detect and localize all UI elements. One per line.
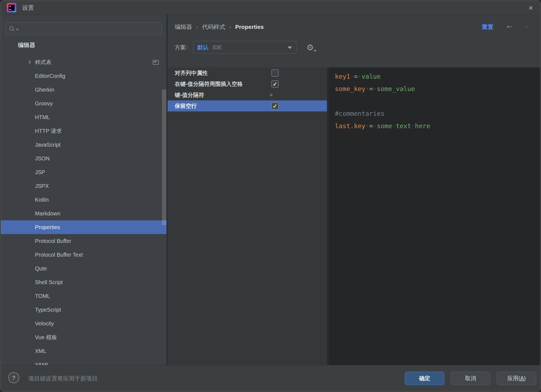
sidebar-item-jsp[interactable]: JSP (1, 165, 166, 179)
ok-button[interactable]: 确定 (405, 372, 444, 385)
apply-button[interactable]: 应用(A) (497, 372, 536, 385)
breadcrumb-separator: › (229, 24, 231, 30)
sidebar-item-protocol-buffer[interactable]: Protocol Buffer (1, 234, 166, 248)
sidebar-item-gherkin[interactable]: Gherkin (1, 83, 166, 97)
sidebar-item-label: Groovy (35, 100, 53, 106)
code-token-value: here (415, 122, 430, 130)
sidebar-item-label: HTML (35, 114, 50, 120)
breadcrumb-code-style[interactable]: 代码样式 (202, 23, 225, 31)
code-line: some_key·=·some_value (335, 83, 540, 95)
main-panel: 编辑器 › 代码样式 › Properties 重置 ← → 方案: 默认 ID… (168, 15, 540, 365)
sidebar-item-label: Kotlin (35, 197, 49, 203)
sidebar-item-yaml[interactable]: YAML (1, 358, 166, 365)
sidebar-item-label: XML (35, 348, 46, 354)
breadcrumb-editor[interactable]: 编辑器 (175, 23, 192, 31)
panel-divider (327, 67, 329, 365)
sidebar: 编辑器 样式表EditorConfigGherkinGroovyHTMLHTTP… (1, 15, 168, 365)
setting-label: 对齐列中属性 (175, 69, 208, 77)
close-icon[interactable]: × (526, 3, 536, 13)
sidebar-item-xml[interactable]: XML (1, 344, 166, 358)
sidebar-item-toml[interactable]: TOML (1, 289, 166, 303)
keep-blank-lines-checkbox[interactable]: ✓ (271, 102, 279, 110)
sidebar-item-label: Gherkin (35, 87, 54, 93)
search-options-caret-icon[interactable] (16, 29, 19, 31)
table-row-insert-space-around-key-value-delimiter[interactable]: 在键-值分隔符周围插入空格✓ (168, 78, 327, 89)
code-token-ws: · (365, 122, 369, 130)
sidebar-item-label: YAML (35, 362, 50, 365)
sidebar-item-markdown[interactable]: Markdown (1, 207, 166, 220)
code-line (335, 95, 540, 108)
insert-space-around-key-value-delimiter-checkbox[interactable]: ✓ (271, 80, 279, 88)
code-token-op: = (369, 85, 373, 92)
code-line: last.key·=·some·text·here (335, 120, 540, 132)
search-box[interactable] (6, 22, 162, 35)
node-preview-icon (153, 60, 159, 65)
code-token-op: = (369, 122, 373, 130)
key-value-delimiter-value[interactable]: = (270, 89, 273, 100)
setting-label: 键-值分隔符 (175, 91, 204, 99)
code-preview: key1·=·valuesome_key·=·some_value#commen… (329, 67, 540, 365)
sidebar-item-jspx[interactable]: JSPX (1, 179, 166, 193)
code-token-value: some_value (377, 85, 415, 92)
sidebar-item-http-requests[interactable]: HTTP 请求 (1, 124, 166, 138)
code-token-ws: · (392, 122, 396, 130)
chevron-right-icon[interactable] (27, 60, 31, 64)
sidebar-item-kotlin[interactable]: Kotlin (1, 193, 166, 207)
window-title: 设置 (22, 4, 34, 12)
search-input[interactable] (21, 26, 158, 32)
sidebar-item-label: TypeScript (35, 307, 61, 313)
setting-label: 保留空行 (175, 102, 197, 110)
scheme-label: 方案: (175, 44, 187, 51)
settings-dialog: IJ 设置 × 编辑器 样式表EditorConfigGherkinGroovy… (1, 1, 540, 391)
code-token-value: some (377, 122, 392, 130)
intellij-logo-icon: IJ (7, 3, 16, 12)
sidebar-section-editor[interactable]: 编辑器 (18, 41, 35, 49)
sidebar-scrollbar[interactable] (162, 90, 166, 225)
sidebar-item-label: HTTP 请求 (35, 128, 62, 134)
breadcrumb: 编辑器 › 代码样式 › Properties (175, 23, 264, 31)
scheme-actions-button[interactable]: ⚙ (307, 43, 314, 52)
code-token-value: value (362, 73, 381, 80)
code-token-ws: · (350, 73, 354, 80)
sidebar-item-label: Vue 模板 (35, 334, 57, 340)
cancel-button[interactable]: 取消 (451, 372, 490, 385)
reset-link[interactable]: 重置 (482, 23, 493, 31)
sidebar-item-label: Protocol Buffer Text (35, 252, 83, 258)
scheme-value-primary: 默认 (198, 44, 209, 51)
table-row-key-value-delimiter[interactable]: 键-值分隔符= (168, 89, 327, 100)
code-token-key: some_key (335, 85, 365, 92)
code-token-key: last.key (335, 122, 365, 130)
chevron-down-icon (314, 50, 316, 52)
chevron-down-icon (288, 46, 292, 49)
breadcrumb-separator: › (196, 24, 198, 30)
sidebar-item-json[interactable]: JSON (1, 152, 166, 165)
sidebar-item-groovy[interactable]: Groovy (1, 97, 166, 110)
sidebar-item-label: Qute (35, 265, 47, 272)
table-row-align-properties-in-column[interactable]: 对齐列中属性 (168, 67, 327, 78)
scheme-select[interactable]: 默认 IDE (193, 41, 297, 54)
search-icon (9, 26, 19, 32)
sidebar-item-properties[interactable]: Properties (1, 220, 166, 234)
forward-arrow-icon: → (522, 21, 530, 30)
sidebar-item-vue-template[interactable]: Vue 模板 (1, 330, 166, 344)
align-properties-in-column-checkbox[interactable] (271, 69, 279, 77)
sidebar-item-typescript[interactable]: TypeScript (1, 303, 166, 317)
help-icon[interactable]: ? (8, 372, 19, 383)
footer-bar: ? 项目级设置将应用于新项目 确定 取消 应用(A) (1, 365, 540, 391)
back-arrow-icon[interactable]: ← (506, 21, 513, 30)
code-token-ws: · (411, 122, 415, 130)
code-token-value: text (396, 122, 411, 130)
content-area: 对齐列中属性在键-值分隔符周围插入空格✓键-值分隔符=保留空行✓ key1·=·… (168, 67, 540, 365)
sidebar-item-shell-script[interactable]: Shell Script (1, 275, 166, 289)
sidebar-item-label: TOML (35, 293, 50, 299)
sidebar-item-javascript[interactable]: JavaScript (1, 138, 166, 152)
sidebar-item-velocity[interactable]: Velocity (1, 317, 166, 330)
table-row-keep-blank-lines[interactable]: 保留空行✓ (168, 100, 327, 111)
sidebar-item-qute[interactable]: Qute (1, 262, 166, 275)
sidebar-item-label: Protocol Buffer (35, 238, 71, 244)
sidebar-item-editorconfig[interactable]: EditorConfig (1, 69, 166, 83)
sidebar-item-stylesheets[interactable]: 样式表 (1, 55, 166, 69)
sidebar-item-html[interactable]: HTML (1, 110, 166, 124)
sidebar-item-protocol-buffer-text[interactable]: Protocol Buffer Text (1, 248, 166, 262)
sidebar-item-label: Shell Script (35, 279, 63, 285)
